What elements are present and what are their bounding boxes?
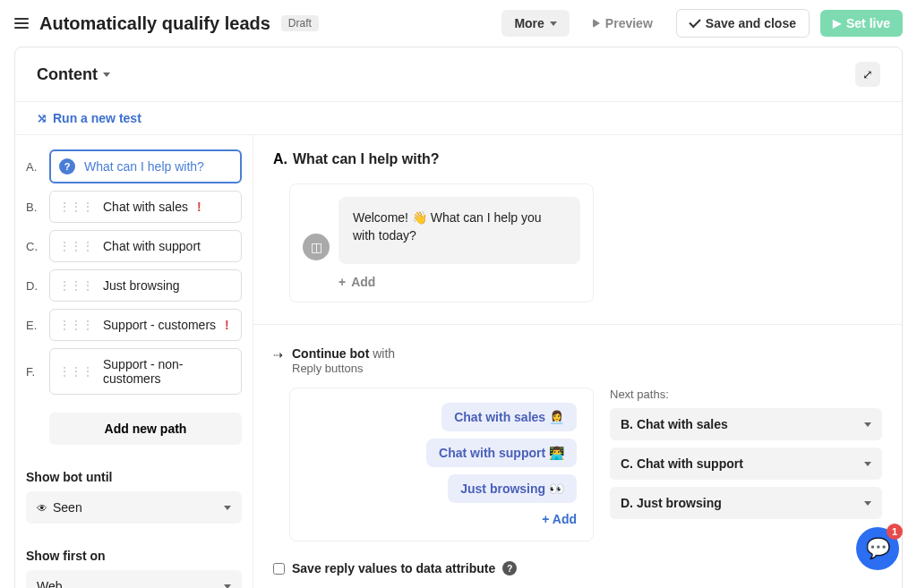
- next-paths-label: Next paths:: [610, 388, 882, 401]
- shuffle-icon: ⤭: [37, 111, 47, 125]
- path-letter: B.: [26, 200, 40, 214]
- path-label: Just browsing: [103, 278, 180, 293]
- more-label: More: [514, 16, 544, 30]
- expand-button[interactable]: ⤢: [855, 62, 880, 87]
- check-icon: [689, 15, 700, 27]
- path-item-d[interactable]: ⋮⋮⋮Just browsing: [49, 269, 242, 302]
- arrow-right-icon: ⇢: [273, 348, 283, 375]
- show-until-value: Seen: [53, 500, 82, 515]
- show-until-label: Show bot until: [26, 470, 242, 484]
- path-item-b[interactable]: ⋮⋮⋮Chat with sales !: [49, 191, 242, 223]
- save-reply-label: Save reply values to data attribute: [292, 561, 495, 575]
- path-label: What can I help with?: [84, 159, 204, 174]
- add-message-button[interactable]: + Add: [339, 275, 375, 289]
- help-icon[interactable]: ?: [502, 561, 517, 575]
- preview-button[interactable]: Preview: [580, 10, 665, 37]
- chat-badge: 1: [887, 524, 903, 540]
- status-badge: Draft: [281, 15, 319, 31]
- path-letter: E.: [26, 319, 40, 332]
- next-path-label: C. Chat with support: [621, 456, 743, 471]
- reply-chip[interactable]: Chat with sales 👩‍💼: [441, 403, 577, 431]
- chevron-down-icon: [864, 422, 871, 427]
- menu-icon[interactable]: [14, 18, 29, 29]
- chevron-down-icon: [103, 72, 110, 77]
- save-reply-checkbox[interactable]: [273, 563, 285, 575]
- next-path-label: D. Just browsing: [621, 496, 722, 510]
- continue-bold: Continue bot: [292, 346, 369, 361]
- detail-title-text: What can I help with?: [293, 151, 440, 167]
- drag-icon[interactable]: ⋮⋮⋮: [59, 279, 94, 292]
- bot-message-bubble[interactable]: Welcome! 👋 What can I help you with toda…: [339, 197, 580, 264]
- detail-letter: A.: [273, 151, 287, 167]
- set-live-label: Set live: [846, 16, 890, 30]
- chevron-down-icon: [224, 584, 231, 589]
- path-letter: F.: [26, 365, 40, 379]
- reply-chip[interactable]: Chat with support 👨‍💻: [426, 439, 577, 467]
- next-path-label: B. Chat with sales: [621, 417, 728, 431]
- add-message-label: Add: [351, 275, 375, 289]
- continue-subtitle: Reply buttons: [292, 362, 364, 375]
- set-live-button[interactable]: ▶ Set live: [820, 10, 903, 37]
- path-letter: D.: [26, 279, 40, 293]
- show-first-value: Web: [37, 579, 63, 588]
- drag-icon[interactable]: ⋮⋮⋮: [59, 319, 94, 331]
- add-reply-label: Add: [553, 512, 577, 526]
- path-label: Chat with support: [103, 239, 201, 253]
- bot-avatar-icon: ◫: [303, 234, 330, 260]
- show-first-select[interactable]: Web: [26, 570, 242, 588]
- chat-icon: 💬: [866, 537, 890, 560]
- drag-icon[interactable]: ⋮⋮⋮: [59, 240, 94, 252]
- path-label: Chat with sales: [103, 200, 188, 214]
- bot-message-card: ◫ Welcome! 👋 What can I help you with to…: [289, 183, 594, 303]
- reply-chip[interactable]: Just browsing 👀: [448, 474, 577, 503]
- play-icon: [593, 19, 600, 28]
- add-path-button[interactable]: Add new path: [49, 413, 242, 445]
- show-first-label: Show first on: [26, 549, 242, 563]
- next-path-select[interactable]: B. Chat with sales: [610, 408, 882, 440]
- chevron-down-icon: [224, 506, 231, 510]
- drag-icon[interactable]: ⋮⋮⋮: [59, 200, 94, 213]
- path-letter: A.: [26, 160, 40, 174]
- show-until-select[interactable]: Seen: [26, 491, 242, 524]
- preview-label: Preview: [605, 16, 653, 30]
- eye-icon: [37, 500, 53, 515]
- play-circle-icon: ▶: [833, 17, 841, 30]
- reply-buttons-card: Chat with sales 👩‍💼Chat with support 👨‍💻…: [289, 388, 594, 541]
- plus-icon: +: [339, 275, 346, 289]
- content-title-text: Content: [37, 65, 98, 84]
- drag-icon[interactable]: ⋮⋮⋮: [59, 365, 94, 378]
- continue-with: with: [373, 346, 395, 361]
- warning-icon: !: [197, 200, 201, 214]
- path-item-c[interactable]: ⋮⋮⋮Chat with support: [49, 230, 242, 262]
- detail-title: A. What can I help with?: [273, 151, 882, 167]
- chevron-down-icon: [550, 21, 557, 26]
- path-label: Support - customers: [103, 318, 216, 332]
- question-icon: ?: [59, 158, 75, 175]
- path-letter: C.: [26, 240, 40, 253]
- next-path-select[interactable]: D. Just browsing: [610, 487, 882, 519]
- next-path-select[interactable]: C. Chat with support: [610, 447, 882, 480]
- chevron-down-icon: [864, 462, 871, 466]
- chat-launcher[interactable]: 💬 1: [856, 527, 899, 570]
- divider: [253, 324, 902, 325]
- more-button[interactable]: More: [501, 10, 569, 37]
- warning-icon: !: [225, 318, 229, 332]
- path-item-e[interactable]: ⋮⋮⋮Support - customers !: [49, 309, 242, 341]
- run-test-label: Run a new test: [53, 111, 141, 125]
- page-title: Automatically qualify leads: [39, 13, 270, 34]
- save-close-label: Save and close: [706, 16, 796, 30]
- plus-icon: +: [542, 512, 549, 526]
- path-item-f[interactable]: ⋮⋮⋮Support - non-customers: [49, 348, 242, 395]
- save-close-button[interactable]: Save and close: [676, 9, 810, 38]
- chevron-down-icon: [864, 501, 871, 506]
- path-item-a[interactable]: ?What can I help with?: [49, 149, 242, 183]
- add-reply-button[interactable]: + Add: [306, 512, 577, 526]
- path-label: Support - non-customers: [103, 357, 232, 386]
- run-test-link[interactable]: ⤭ Run a new test: [37, 111, 141, 125]
- content-section-title[interactable]: Content: [37, 65, 110, 84]
- continue-bot-row: ⇢ Continue bot with Reply buttons: [273, 346, 882, 375]
